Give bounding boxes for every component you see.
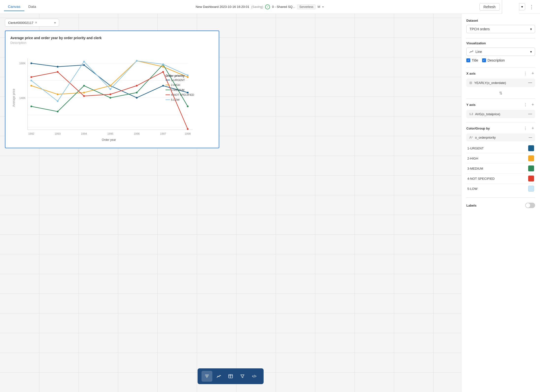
table-icon xyxy=(228,374,233,379)
viz-type-dropdown[interactable]: Line ▾ xyxy=(466,48,535,56)
svg-text:140K: 140K xyxy=(19,97,26,99)
svg-point-18 xyxy=(31,63,32,64)
toolbar-chart-button[interactable] xyxy=(213,371,224,382)
y-axis-header: Y axis ⋮ + xyxy=(466,102,535,108)
color-group-more-button[interactable]: ⋮ xyxy=(523,126,528,131)
filter-value: Clerk#000002117 xyxy=(8,21,34,25)
svg-text:Order year: Order year xyxy=(102,138,116,142)
color-group-add-button[interactable]: + xyxy=(530,125,535,131)
toolbar-table-button[interactable] xyxy=(225,371,236,382)
y-axis-field-label: AVG(o_totalprice) xyxy=(475,112,526,116)
svg-point-50 xyxy=(136,60,138,62)
color-group-remove-button[interactable]: — xyxy=(529,135,532,139)
mode-badge: M xyxy=(318,5,320,9)
svg-point-48 xyxy=(83,61,85,63)
priority-item-high: 2-HIGH xyxy=(466,153,535,163)
x-axis-remove-button[interactable]: — xyxy=(528,81,532,85)
svg-point-35 xyxy=(110,97,111,99)
svg-point-47 xyxy=(57,100,59,102)
x-axis-header: X axis ⋮ + xyxy=(466,70,535,77)
svg-text:1996: 1996 xyxy=(134,132,140,135)
filter-icon xyxy=(204,374,209,379)
svg-text:2-HIGH: 2-HIGH xyxy=(171,83,180,86)
x-axis-section: X axis ⋮ + ⊞ YEARLY(o_orderdate) — xyxy=(466,70,535,87)
svg-text:4-NOT SPECIFIED: 4-NOT SPECIFIED xyxy=(171,93,194,96)
share-dropdown-button[interactable]: ▾ xyxy=(519,3,525,10)
x-axis-add-button[interactable]: + xyxy=(530,70,535,77)
svg-point-31 xyxy=(187,76,189,78)
color-group-field-item: Aᵅ o_orderpriority — xyxy=(466,133,535,141)
y-axis-more-button[interactable]: ⋮ xyxy=(523,102,528,108)
labels-toggle[interactable] xyxy=(525,203,535,208)
priority-high-swatch[interactable] xyxy=(528,155,534,161)
priority-urgent-swatch[interactable] xyxy=(528,145,534,151)
priority-item-low: 5-LOW xyxy=(466,184,535,194)
header: Canvas Data New Dashboard 2023-10-16 16:… xyxy=(0,0,540,14)
toolbar-code-button[interactable] xyxy=(249,371,260,382)
dataset-section: Dataset TPCH orders ▾ xyxy=(466,19,535,33)
svg-text:Average price: Average price xyxy=(12,89,16,107)
filter-dropdown-icon[interactable]: ▾ xyxy=(54,21,56,25)
svg-point-25 xyxy=(31,85,32,87)
svg-point-34 xyxy=(83,85,85,87)
visualization-section: Visualization Line ▾ Title Description xyxy=(466,41,535,62)
x-axis-actions: ⋮ + xyxy=(523,70,535,77)
svg-point-32 xyxy=(31,106,32,107)
title-checkbox[interactable]: Title xyxy=(466,58,478,62)
filter-remove-icon[interactable]: × xyxy=(35,20,37,25)
svg-point-40 xyxy=(57,71,59,73)
svg-text:1993: 1993 xyxy=(55,132,61,135)
color-group-actions: ⋮ + xyxy=(523,125,535,131)
description-checkbox[interactable]: Description xyxy=(482,58,505,62)
priority-not-specified-swatch[interactable] xyxy=(528,176,534,181)
color-group-header: Color/Group by ⋮ + xyxy=(466,125,535,131)
more-options-button[interactable]: ⋮ xyxy=(527,3,536,11)
svg-rect-64 xyxy=(229,375,233,378)
chart-card: Average price and order year by order pr… xyxy=(5,31,219,148)
svg-point-45 xyxy=(187,128,189,130)
main-layout: Clerk#000002117 × ▾ Average price and or… xyxy=(0,14,540,392)
svg-point-39 xyxy=(31,76,32,78)
refresh-button[interactable]: Refresh xyxy=(479,3,500,11)
divider-2 xyxy=(466,67,535,67)
line-chart-icon xyxy=(470,50,473,54)
toolbar-funnel-button[interactable] xyxy=(237,371,248,382)
number-icon: 1.2 xyxy=(469,113,473,115)
swap-axes-button[interactable]: ⇅ xyxy=(466,91,535,96)
dataset-dropdown-icon: ▾ xyxy=(530,27,532,31)
viz-type-value: Line xyxy=(470,50,482,54)
priority-medium-swatch[interactable] xyxy=(528,165,534,171)
toolbar-filter-button[interactable] xyxy=(202,371,212,382)
connection-label: 0 - Shared SQ... xyxy=(272,5,295,9)
y-axis-add-button[interactable]: + xyxy=(530,102,535,108)
x-axis-more-button[interactable]: ⋮ xyxy=(523,71,528,76)
dashboard-title: New Dashboard 2023-10-16 16:20:01 xyxy=(196,5,249,9)
svg-point-23 xyxy=(162,85,164,87)
serverless-badge: Serverless xyxy=(297,4,316,9)
svg-point-33 xyxy=(57,111,59,113)
priority-low-label: 5-LOW xyxy=(467,187,477,191)
svg-point-26 xyxy=(57,94,59,95)
description-checkbox-box xyxy=(482,58,486,62)
svg-text:Order priority: Order priority xyxy=(166,74,185,78)
svg-point-43 xyxy=(136,85,138,87)
bottom-toolbar xyxy=(198,368,264,384)
svg-point-51 xyxy=(162,64,164,65)
tab-canvas[interactable]: Canvas xyxy=(4,2,24,11)
dataset-dropdown[interactable]: TPCH orders ▾ xyxy=(466,25,535,33)
y-axis-remove-button[interactable]: — xyxy=(528,112,532,116)
svg-point-44 xyxy=(162,71,164,73)
title-checkbox-box xyxy=(466,58,470,62)
description-checkbox-label: Description xyxy=(488,58,505,62)
mode-dropdown-icon[interactable]: ▾ xyxy=(322,5,324,9)
filter-tag[interactable]: Clerk#000002117 × ▾ xyxy=(5,19,59,27)
status-icon: ✓ xyxy=(265,4,270,9)
color-group-field-label: o_orderpriority xyxy=(475,136,527,139)
svg-text:160K: 160K xyxy=(19,62,26,65)
dataset-section-label: Dataset xyxy=(466,19,535,22)
priority-urgent-label: 1-URGENT xyxy=(467,147,484,150)
tab-data[interactable]: Data xyxy=(24,2,40,11)
priority-low-swatch[interactable] xyxy=(528,186,534,192)
viz-section-label: Visualization xyxy=(466,41,535,45)
chart-description: Description xyxy=(10,41,214,45)
